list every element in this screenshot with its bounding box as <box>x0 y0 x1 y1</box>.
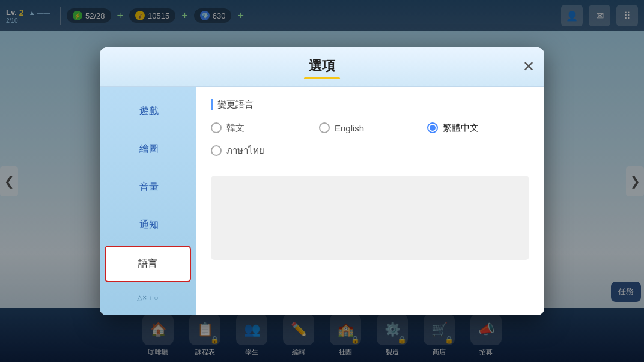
language-options: 韓文 English 繁體中文 ภาษาไทย <box>211 122 529 158</box>
language-option-thai[interactable]: ภาษาไทย <box>211 143 313 158</box>
sidebar-item-game[interactable]: 遊戲 <box>105 94 191 128</box>
modal-content-panel: 變更語言 韓文 English 繁體中文 <box>196 87 544 315</box>
radio-circle-korean <box>211 122 222 133</box>
modal-title: 選項 <box>112 57 532 75</box>
modal-header: 選項 ✕ <box>100 47 544 87</box>
radio-circle-thai <box>211 145 222 156</box>
radio-circle-english <box>319 122 330 133</box>
content-bottom-area <box>211 176 529 260</box>
sidebar-item-notification[interactable]: 通知 <box>105 208 191 242</box>
options-modal: 選項 ✕ 遊戲 繪圖 音量 通知 語言 △×＋○ 變更語言 韓文 <box>100 47 544 315</box>
radio-circle-traditional-chinese <box>427 122 438 133</box>
language-option-traditional-chinese[interactable]: 繁體中文 <box>427 122 529 134</box>
section-title: 變更語言 <box>211 99 529 110</box>
language-label-english: English <box>335 123 364 133</box>
language-label-thai: ภาษาไทย <box>226 143 264 158</box>
language-label-korean: 韓文 <box>226 122 245 134</box>
modal-body: 遊戲 繪圖 音量 通知 語言 △×＋○ 變更語言 韓文 English <box>100 87 544 315</box>
language-option-korean[interactable]: 韓文 <box>211 122 313 134</box>
sidebar-footer: △×＋○ <box>100 287 196 309</box>
language-option-english[interactable]: English <box>319 122 421 134</box>
language-label-traditional-chinese: 繁體中文 <box>443 122 479 134</box>
sidebar-item-audio[interactable]: 音量 <box>105 170 191 204</box>
sidebar-item-language[interactable]: 語言 <box>105 246 191 282</box>
modal-title-underline <box>304 77 340 79</box>
sidebar-item-graphics[interactable]: 繪圖 <box>105 132 191 166</box>
modal-close-button[interactable]: ✕ <box>523 59 535 74</box>
modal-sidebar: 遊戲 繪圖 音量 通知 語言 △×＋○ <box>100 87 196 315</box>
